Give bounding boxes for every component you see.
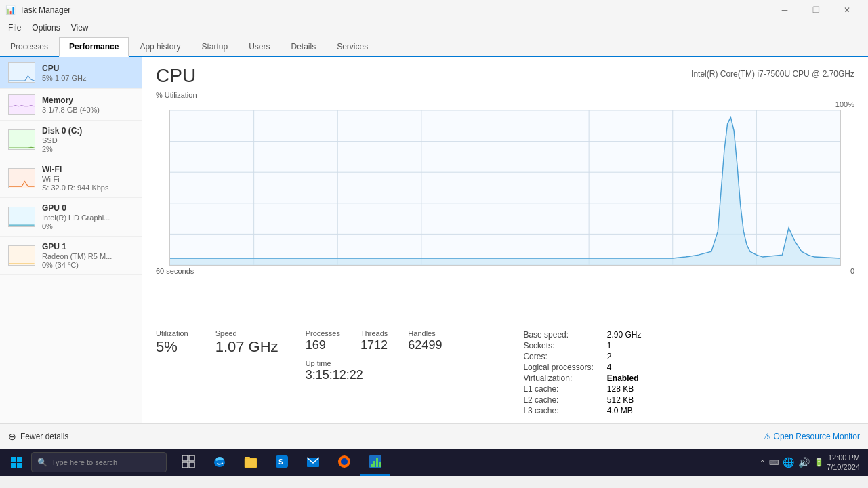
svg-rect-20 [189, 462, 194, 468]
open-monitor-link[interactable]: ⚠ Open Resource Monitor [764, 432, 860, 441]
app-icon: 📊 [5, 5, 16, 15]
virt-label: Virtualization: [523, 373, 606, 384]
x-label-left: 60 seconds [156, 267, 194, 275]
window-title: Task Manager [20, 5, 70, 15]
utilization-label: Utilization [156, 329, 188, 338]
tab-performance[interactable]: Performance [59, 37, 129, 57]
tab-processes[interactable]: Processes [0, 37, 58, 56]
edge-icon [212, 454, 227, 469]
cores-value: 2 [607, 351, 655, 362]
content-header: CPU Intel(R) Core(TM) i7-7500U CPU @ 2.7… [142, 57, 868, 91]
tab-app-history[interactable]: App history [129, 37, 190, 56]
sidebar-item-memory[interactable]: Memory 3.1/7.8 GB (40%) [0, 89, 142, 121]
sidebar-info-gpu0: GPU 0 Intel(R) HD Graphi... 0% [42, 203, 133, 230]
sidebar-cpu-name: CPU [42, 64, 133, 73]
gpu0-mini-graph [9, 207, 35, 226]
taskbar-app-taskmanager[interactable] [360, 449, 390, 476]
restore-button[interactable]: ❐ [800, 0, 831, 20]
clock-date: 7/10/2024 [827, 462, 860, 472]
monitor-icon: ⚠ [764, 432, 771, 441]
taskbar-app-task-view[interactable] [173, 449, 203, 476]
search-icon: 🔍 [37, 458, 47, 467]
sidebar-thumb-disk [8, 129, 35, 150]
chart-svg [170, 110, 840, 265]
taskbar-app-explorer[interactable] [236, 449, 266, 476]
tab-users[interactable]: Users [239, 37, 280, 56]
taskbar-app-store[interactable]: S [267, 449, 297, 476]
menu-options[interactable]: Options [26, 22, 65, 34]
windows-logo-icon [11, 457, 22, 468]
threads-value: 1712 [360, 338, 388, 352]
sidebar-gpu1-detail1: Radeon (TM) R5 M... [42, 252, 133, 260]
threads-label: Threads [360, 329, 388, 338]
taskbar-app-edge[interactable] [205, 449, 234, 476]
menu-view[interactable]: View [66, 22, 94, 34]
sidebar-memory-detail: 3.1/7.8 GB (40%) [42, 106, 133, 114]
handles-label: Handles [408, 329, 442, 338]
x-axis-labels: 60 seconds 0 [156, 267, 854, 275]
taskbar-app-firefox[interactable] [329, 449, 359, 476]
l1-label: L1 cache: [523, 384, 606, 394]
tray-chevron-icon[interactable]: ⌃ [760, 459, 765, 466]
stat-threads: Threads 1712 [360, 329, 388, 352]
tray-time[interactable]: 12:00 PM 7/10/2024 [827, 453, 860, 472]
stats-left: Utilization 5% Speed 1.07 GHz Processes … [156, 329, 442, 416]
fewer-details-icon: ⊖ [8, 431, 16, 442]
open-monitor-label: Open Resource Monitor [774, 432, 860, 441]
tray-keyboard-icon: ⌨ [769, 459, 779, 466]
sidebar-info-cpu: CPU 5% 1.07 GHz [42, 64, 133, 82]
svg-text:S: S [278, 458, 283, 466]
sidebar-info-disk: Disk 0 (C:) SSD 2% [42, 126, 133, 153]
tab-startup[interactable]: Startup [191, 37, 238, 56]
stat-speed: Speed 1.07 GHz [215, 329, 278, 416]
menu-file[interactable]: File [3, 22, 26, 34]
l3-label: L3 cache: [523, 405, 606, 416]
svg-rect-17 [182, 455, 188, 461]
title-bar-left: 📊 Task Manager [5, 5, 70, 15]
tab-details[interactable]: Details [281, 37, 326, 56]
sidebar-item-cpu[interactable]: CPU 5% 1.07 GHz [0, 57, 142, 89]
virt-value: Enabled [607, 373, 655, 384]
firefox-icon [337, 454, 352, 469]
svg-rect-16 [17, 463, 22, 468]
disk-mini-graph [9, 130, 35, 149]
sidebar-item-gpu0[interactable]: GPU 0 Intel(R) HD Graphi... 0% [0, 198, 142, 237]
svg-rect-15 [11, 463, 16, 468]
sidebar-info-gpu1: GPU 1 Radeon (TM) R5 M... 0% (34 °C) [42, 242, 133, 269]
speed-label: Speed [215, 329, 278, 338]
sidebar-wifi-detail2: S: 32.0 R: 944 Kbps [42, 184, 133, 192]
title-bar: 📊 Task Manager ─ ❐ ✕ [0, 0, 868, 20]
stat-processes: Processes 169 [306, 329, 340, 352]
sidebar-item-wifi[interactable]: Wi-Fi Wi-Fi S: 32.0 R: 944 Kbps [0, 159, 142, 198]
sidebar-item-disk0[interactable]: Disk 0 (C:) SSD 2% [0, 121, 142, 159]
sidebar-cpu-detail: 5% 1.07 GHz [42, 74, 133, 82]
footer-bar: ⊖ Fewer details ⚠ Open Resource Monitor [0, 423, 868, 449]
uptime-value: 3:15:12:22 [306, 368, 442, 382]
l2-value: 512 KB [607, 394, 655, 405]
sidebar-gpu0-detail1: Intel(R) HD Graphi... [42, 214, 133, 222]
logical-label: Logical processors: [523, 362, 606, 373]
close-button[interactable]: ✕ [831, 0, 863, 20]
content-title: CPU [156, 65, 196, 87]
svg-rect-19 [182, 462, 188, 468]
svg-rect-33 [376, 458, 378, 467]
base-speed-value: 2.90 GHz [607, 329, 655, 340]
tab-services[interactable]: Services [327, 37, 378, 56]
tray-network-icon[interactable]: 🌐 [783, 457, 794, 468]
stats-area: Utilization 5% Speed 1.07 GHz Processes … [142, 323, 868, 423]
tray-volume-icon[interactable]: 🔊 [798, 457, 810, 468]
sockets-value: 1 [607, 340, 655, 351]
start-button[interactable] [3, 449, 30, 476]
minimize-button[interactable]: ─ [769, 0, 800, 20]
sidebar-item-gpu1[interactable]: GPU 1 Radeon (TM) R5 M... 0% (34 °C) [0, 237, 142, 275]
taskbar-app-mail[interactable] [298, 449, 328, 476]
fewer-details-button[interactable]: ⊖ Fewer details [8, 431, 68, 442]
l1-value: 128 KB [607, 384, 655, 394]
sidebar-gpu1-detail2: 0% (34 °C) [42, 261, 133, 269]
sidebar-thumb-wifi [8, 168, 35, 188]
taskbar-search[interactable]: 🔍 Type here to search [31, 452, 167, 472]
svg-point-29 [341, 458, 348, 465]
content-area: CPU Intel(R) Core(TM) i7-7500U CPU @ 2.7… [142, 57, 868, 423]
logical-value: 4 [607, 362, 655, 373]
cpu-mini-graph [9, 63, 35, 82]
